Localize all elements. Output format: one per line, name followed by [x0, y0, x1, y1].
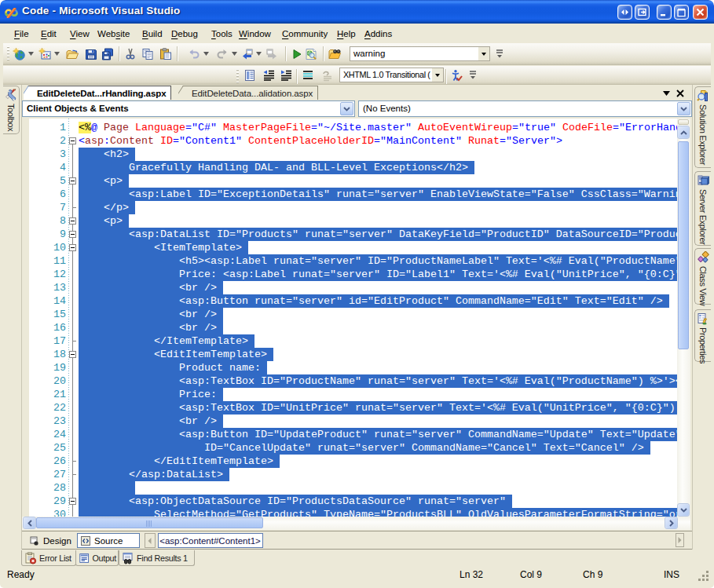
tag-nav-left-button[interactable] — [145, 533, 156, 548]
menu-website[interactable]: Website — [93, 27, 134, 41]
menu-edit[interactable]: Edit — [36, 27, 61, 41]
autohide-tab-class-view[interactable]: Class View — [694, 248, 711, 305]
autohide-tab-solution-explorer[interactable]: Solution Explorer — [694, 86, 711, 168]
tag-navigator[interactable]: <asp:Content#Content1> — [158, 533, 263, 548]
horizontal-scrollbar[interactable] — [22, 517, 690, 530]
toolbar-grip[interactable] — [7, 46, 9, 62]
toolbar-overflow-chevron[interactable] — [495, 46, 504, 62]
object-combobox[interactable]: Client Objects & Events — [22, 100, 355, 117]
toolbar-overflow-chevron[interactable] — [468, 67, 478, 83]
save-icon — [85, 48, 97, 60]
code-line-24: 24 <asp:Button ID="UpdateProduct" runat=… — [22, 428, 678, 441]
scroll-up-button[interactable] — [677, 126, 690, 139]
navigate-backward-dropdown[interactable] — [254, 46, 263, 62]
find-combobox[interactable]: warning — [350, 46, 490, 61]
panel-tab-error-list[interactable]: Error List — [21, 550, 76, 566]
close-button[interactable] — [693, 5, 708, 20]
schema-combobox[interactable]: XHTML 1.0 Transitional ( — [339, 68, 444, 82]
event-combobox-dropdown — [677, 102, 690, 115]
object-combobox-dropdown — [340, 102, 353, 115]
status-character: Ch 9 — [583, 569, 602, 580]
toolbar-separator — [323, 46, 324, 61]
undo-dropdown[interactable] — [202, 46, 211, 62]
format-document-button[interactable] — [241, 67, 258, 83]
save-all-button[interactable] — [99, 46, 115, 62]
menu-window[interactable]: Window — [234, 27, 276, 41]
decrease-indent-button[interactable] — [260, 67, 276, 83]
title-bar: Code - Microsoft Visual Studio — [0, 0, 714, 24]
view-switch-bar: Design Source <asp:Content#Content1> — [22, 531, 692, 549]
open-file-button[interactable] — [64, 46, 80, 62]
scroll-down-button[interactable] — [677, 503, 690, 517]
scroll-right-button[interactable] — [665, 517, 678, 529]
format-selection-button[interactable] — [299, 67, 316, 83]
menu-addins[interactable]: Addins — [360, 27, 397, 41]
tab-errorhandling-aspx[interactable]: EditDeleteDat...rHandling.aspx — [24, 86, 171, 100]
toolbar-grip[interactable] — [236, 69, 239, 85]
vertical-scrollbar[interactable] — [677, 119, 690, 517]
minimize-button[interactable] — [657, 5, 672, 20]
close-document-icon[interactable] — [676, 89, 684, 97]
menu-help[interactable]: Help — [332, 27, 361, 41]
left-autohide-strip: Toolbox — [3, 85, 22, 550]
save-button[interactable] — [82, 46, 99, 62]
horizontal-scroll-thumb[interactable] — [36, 517, 263, 528]
tag-nav-right-button[interactable] — [676, 533, 684, 547]
cut-button[interactable] — [122, 46, 138, 62]
comment-out-icon — [321, 69, 334, 82]
redo-button[interactable] — [214, 46, 230, 62]
source-view-button[interactable]: Source — [77, 533, 140, 548]
class-view-icon — [697, 251, 709, 264]
menu-debug[interactable]: Debug — [167, 27, 203, 41]
undo-button[interactable] — [185, 46, 202, 62]
panel-tab-output[interactable]: Output — [75, 550, 119, 566]
resize-grip[interactable] — [698, 571, 709, 582]
scroll-left-button[interactable] — [23, 517, 36, 529]
find-in-files-icon — [328, 48, 341, 60]
menu-community[interactable]: Community — [277, 27, 332, 41]
autohide-tab-server-explorer[interactable]: Server Explorer — [694, 171, 711, 246]
code-line-17: 17 </ItemTemplate> — [22, 334, 678, 348]
check-accessibility-button[interactable] — [448, 67, 464, 83]
status-ready: Ready — [7, 569, 35, 580]
tab-validation-aspx[interactable]: EditDeleteData...alidation.aspx — [178, 86, 318, 100]
paste-button[interactable] — [157, 46, 174, 62]
code-line-12: 12 Price: <asp:Label runat="server" ID="… — [22, 268, 678, 281]
menu-tools[interactable]: Tools — [207, 27, 237, 41]
code-line-20: 20 <asp:TextBox ID="ProductName" runat="… — [22, 374, 678, 388]
menu-view[interactable]: View — [65, 27, 94, 41]
document-list-dropdown-icon[interactable] — [663, 91, 670, 96]
maximize-button[interactable] — [674, 5, 689, 20]
panel-tab-find-results-1[interactable]: Find Results 1 — [119, 550, 195, 566]
navigate-forward-button[interactable] — [264, 46, 280, 62]
status-insert-mode: INS — [664, 569, 679, 580]
undock-button[interactable] — [635, 5, 650, 20]
undo-icon — [188, 48, 200, 60]
copy-button[interactable] — [139, 46, 156, 62]
find-in-files-button[interactable] — [326, 46, 342, 62]
add-new-item-dropdown[interactable] — [53, 46, 61, 62]
menu-file[interactable]: File — [9, 27, 34, 41]
event-combobox[interactable]: (No Events) — [358, 100, 692, 117]
navigate-backward-button[interactable] — [238, 46, 254, 62]
toolbar-separator — [177, 46, 178, 61]
new-website-button[interactable] — [10, 46, 27, 62]
context-arrows-button[interactable] — [617, 5, 632, 20]
view-in-browser-button[interactable] — [302, 46, 319, 62]
new-website-dropdown[interactable] — [27, 46, 35, 62]
code-line-4: 4 Gracefully Handling DAL- and BLL-Level… — [22, 161, 678, 174]
vertical-scroll-thumb[interactable] — [678, 141, 689, 349]
status-column: Col 9 — [520, 569, 542, 580]
find-results-icon — [122, 552, 134, 564]
autohide-tab-properties[interactable]: Properties — [694, 309, 711, 362]
comment-out-button[interactable] — [319, 67, 335, 83]
code-line-27: 27 </asp:DataList> — [22, 468, 678, 481]
output-icon — [79, 552, 90, 564]
splitter-handle[interactable] — [678, 119, 689, 125]
code-editor[interactable]: 1<%@ Page Language="C#" MasterPageFile="… — [22, 119, 678, 517]
autohide-tab-toolbox[interactable]: Toolbox — [3, 86, 20, 134]
add-new-item-button[interactable] — [36, 46, 53, 62]
design-view-button[interactable]: Design — [27, 533, 75, 548]
increase-indent-button[interactable] — [277, 67, 294, 83]
menu-build[interactable]: Build — [137, 27, 167, 41]
